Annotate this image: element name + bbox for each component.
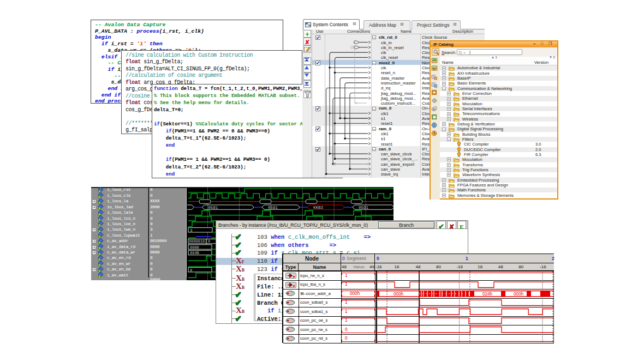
svg-text:000h: 000h <box>393 292 404 297</box>
svg-text:0591: 0591 <box>359 206 369 210</box>
svg-text:024h: 024h <box>482 292 493 297</box>
svg-text:894B: 894B <box>190 251 199 255</box>
svg-text:KKB3: KKB3 <box>313 206 324 210</box>
svg-text:000h: 000h <box>514 292 524 297</box>
svg-text:0: 0 <box>208 239 210 244</box>
svg-text:0591: 0591 <box>268 206 278 210</box>
svg-text:0: 0 <box>190 268 192 273</box>
svg-text:0591: 0591 <box>208 206 218 210</box>
svg-text:0000: 0000 <box>190 245 199 250</box>
svg-text:3: 3 <box>190 228 193 233</box>
svg-text:0000010: 0000010 <box>189 239 205 244</box>
